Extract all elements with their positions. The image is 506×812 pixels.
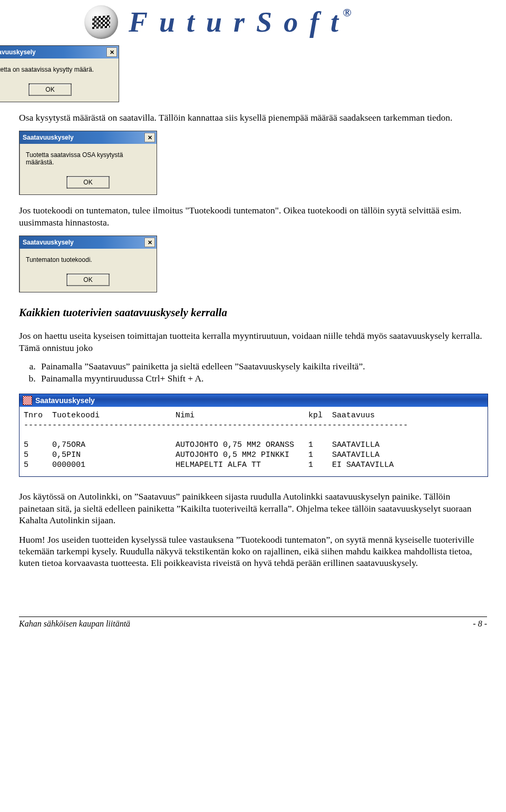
result-header-row: Tnro Tuotekoodi Nimi kpl Saatavuus [24,411,375,420]
section-intro-paragraph: Jos on haettu useita kyseisen toimittaja… [19,330,487,354]
checkered-flag-icon [92,15,110,29]
section-heading: Kaikkien tuoterivien saatavuuskysely ker… [19,306,487,319]
ok-button[interactable]: OK [67,274,109,286]
dialog-title: Saatavuuskysely [23,239,74,246]
close-icon[interactable]: ✕ [106,47,117,57]
dialog-titlebar: Saatavuuskysely ✕ [0,46,119,58]
result-listing: Tnro Tuotekoodi Nimi kpl Saatavuus -----… [20,407,488,477]
dialog-title: Saatavuuskysely [23,134,74,141]
paragraph-intro-2: Jos tuotekoodi on tuntematon, tulee ilmo… [19,204,487,228]
ok-button[interactable]: OK [67,177,109,188]
dialog-message: Tuotetta saatavissa OSA kysytystä määräs… [20,144,157,173]
logo-icon [84,5,118,39]
result-title: Saatavuuskysely [35,396,95,405]
dialog-availability-3: Saatavuuskysely ✕ Tuntematon tuotekoodi.… [19,236,157,292]
option-list: Painamalla ”Saatavuus” painiketta ja sie… [19,361,487,384]
table-row: 5 0,75ORA AUTOJOHTO 0,75 MM2 ORANSS 1 SA… [24,441,380,449]
dialog-availability-1: Saatavuuskysely ✕ Tuotetta on saatavissa… [0,45,119,102]
brand-name: FuturSoft® [129,8,352,36]
dialog-titlebar: Saatavuuskysely ✕ [20,236,157,249]
dialog-title: Saatavuuskysely [0,48,36,56]
paragraph-after-1: Jos käytössä on Autolinkki, on ”Saatavuu… [19,491,487,526]
app-icon [23,396,32,405]
dialog-titlebar: Saatavuuskysely ✕ [20,131,157,144]
dialog-message: Tuntematon tuotekoodi. [20,249,157,271]
close-icon[interactable]: ✕ [144,133,155,142]
result-divider: ----------------------------------------… [24,421,408,430]
paragraph-intro-1: Osa kysytystä määrästä on saatavilla. Tä… [19,112,487,123]
list-item: Painamalla myyntiruudussa Ctrl+ Shift + … [38,373,487,384]
table-row: 5 0,5PIN AUTOJOHTO 0,5 MM2 PINKKI 1 SAAT… [24,451,380,459]
footer-title: Kahan sähköisen kaupan liitäntä [19,619,130,629]
page-footer: Kahan sähköisen kaupan liitäntä - 8 - [19,619,487,629]
dialog-availability-2: Saatavuuskysely ✕ Tuotetta saatavissa OS… [19,131,157,195]
close-icon[interactable]: ✕ [144,238,155,247]
brand-reg-mark: ® [343,7,351,18]
ok-button[interactable]: OK [29,84,71,95]
brand-banner: FuturSoft® [0,0,506,43]
dialog-message: Tuotetta on saatavissa kysytty määrä. [0,58,119,81]
result-titlebar: Saatavuuskysely [20,394,488,407]
table-row: 5 0000001 HELMAPELTI ALFA TT 1 EI SAATAV… [24,461,394,469]
list-item: Painamalla ”Saatavuus” painiketta ja sie… [38,361,487,372]
paragraph-after-2: Huom! Jos useiden tuotteiden kyselyssä t… [19,534,487,569]
page-number: - 8 - [473,619,487,629]
availability-result-window: Saatavuuskysely Tnro Tuotekoodi Nimi kpl… [19,394,488,477]
footer-divider [19,617,487,617]
brand-text: FuturSoft [129,8,350,36]
